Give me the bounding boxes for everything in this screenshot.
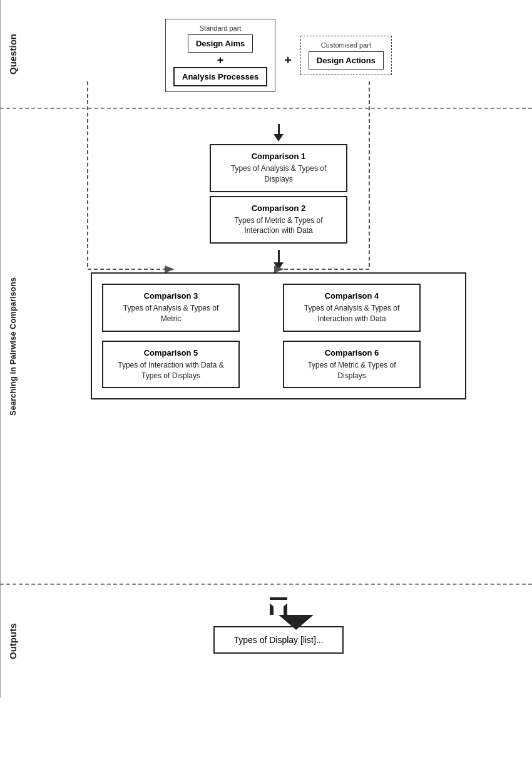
arrow-down-2 [274,250,284,270]
comp5-title: Comparison 5 [113,348,228,358]
comp2-desc: Types of Metric & Types of Interaction w… [221,215,336,237]
outputs-content-area: Types of Display [list]... [25,585,532,698]
plus2: + [275,53,300,68]
comp-grid: Comparison 3 Types of Analysis & Types o… [102,284,455,388]
comp3-desc: Types of Analysis & Types of Metric [113,303,228,324]
comp4-box: Comparison 4 Types of Analysis & Types o… [283,284,421,332]
outputs-section: Outputs Types of Display [list]... [0,585,532,698]
diagram-wrapper: Question Standard part Design Aims + Ana… [0,0,532,757]
shaft-1 [278,124,280,134]
comp6-desc: Types of Metric & Types of Displays [294,360,409,381]
question-label: Question [0,0,25,108]
comp6-title: Comparison 6 [294,348,409,358]
customised-part-group: Customised part Design Actions [300,36,392,75]
comp6-box: Comparison 6 Types of Metric & Types of … [283,341,421,389]
search-label: Searching in Pairwise Comparisons [0,109,25,584]
standard-label: Standard part [200,24,242,32]
search-content-area: Comparison 1 Types of Analysis & Types o… [25,109,532,584]
comp3-box: Comparison 3 Types of Analysis & Types o… [102,284,240,332]
comp1-box: Comparison 1 Types of Analysis & Types o… [210,144,347,192]
comp1-title: Comparison 1 [221,152,336,161]
question-parts: Standard part Design Aims + Analysis Pro… [38,6,519,101]
comp5-box: Comparison 5 Types of Interaction with D… [102,341,240,389]
customised-label: Customised part [321,41,371,49]
design-actions-box: Design Actions [309,51,384,70]
question-content-area: Standard part Design Aims + Analysis Pro… [25,0,532,108]
comp4-desc: Types of Analysis & Types of Interaction… [294,303,409,324]
comp1-desc: Types of Analysis & Types of Displays [221,163,336,185]
plus1: + [211,54,230,67]
big-arrow-inner [266,600,291,611]
standard-part-group: Standard part Design Aims + Analysis Pro… [165,19,275,92]
comp1-2-region: Comparison 1 Types of Analysis & Types o… [38,144,519,244]
analysis-processes-box: Analysis Processes [173,67,267,86]
design-aims-box: Design Aims [188,34,253,53]
question-section: Question Standard part Design Aims + Ana… [0,0,532,109]
comp4-title: Comparison 4 [294,291,409,301]
comp2-box: Comparison 2 Types of Metric & Types of … [210,196,347,244]
outputs-inner: Types of Display [list]... [213,591,343,666]
head-1 [274,134,284,142]
shaft-2 [278,250,280,262]
head-2 [274,262,284,270]
comp3-title: Comparison 3 [113,291,228,301]
search-inner: Comparison 1 Types of Analysis & Types o… [38,115,519,399]
four-comp-outer-box: Comparison 3 Types of Analysis & Types o… [91,272,466,399]
arrow-down-1 [274,124,284,142]
big-arrow-container [270,597,287,615]
big-arrow-outer [279,615,314,630]
comp5-desc: Types of Interaction with Data & Types o… [113,360,228,381]
comp2-title: Comparison 2 [221,203,336,213]
search-section: Searching in Pairwise Comparisons [0,109,532,585]
outputs-label: Outputs [0,585,25,698]
output-box: Types of Display [list]... [213,626,343,654]
